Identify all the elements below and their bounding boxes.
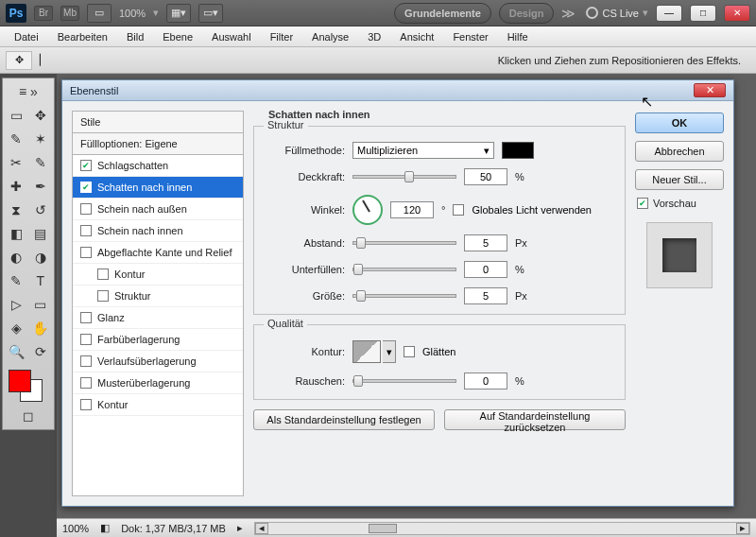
toolbox-collapse-icon[interactable]: ≡ » bbox=[5, 80, 52, 103]
path-select-tool[interactable]: ▷ bbox=[5, 293, 28, 316]
blur-tool[interactable]: ◐ bbox=[5, 246, 28, 268]
move-tool-alt[interactable]: ✥ bbox=[29, 104, 53, 127]
checkbox-icon[interactable] bbox=[97, 268, 109, 280]
size-slider[interactable] bbox=[352, 294, 456, 298]
workspace-secondary-button[interactable]: Design bbox=[499, 3, 555, 24]
noise-input[interactable]: 0 bbox=[464, 372, 507, 390]
style-bevel-contour[interactable]: Kontur bbox=[73, 264, 243, 286]
type-tool[interactable]: T bbox=[29, 269, 53, 292]
3d-tool[interactable]: ◈ bbox=[5, 317, 28, 339]
checkbox-icon[interactable] bbox=[80, 312, 92, 323]
style-bevel-emboss[interactable]: Abgeflachte Kante und Relief bbox=[73, 242, 243, 264]
noise-slider[interactable] bbox=[352, 379, 456, 383]
history-brush-tool[interactable]: ↺ bbox=[29, 199, 53, 221]
film-icon[interactable]: ▭ bbox=[87, 4, 112, 23]
style-pattern-overlay[interactable]: Musterüberlagerung bbox=[73, 372, 243, 394]
window-maximize-button[interactable]: □ bbox=[690, 5, 716, 22]
eyedropper-tool[interactable]: ✎ bbox=[29, 151, 53, 174]
menu-fenster[interactable]: Fenster bbox=[444, 28, 496, 45]
menu-analyse[interactable]: Analyse bbox=[303, 28, 357, 45]
opacity-input[interactable]: 50 bbox=[464, 168, 507, 185]
contour-swatch[interactable] bbox=[352, 340, 381, 363]
opacity-slider[interactable] bbox=[352, 175, 456, 179]
rotate-tool[interactable]: ⟳ bbox=[29, 340, 53, 363]
contour-dropdown-button[interactable]: ▾ bbox=[383, 340, 396, 363]
gradient-tool[interactable]: ▤ bbox=[29, 222, 53, 245]
horizontal-scrollbar[interactable]: ◂ ▸ bbox=[254, 522, 750, 535]
style-gradient-overlay[interactable]: Verlaufsüberlagerung bbox=[73, 351, 243, 372]
preview-checkbox[interactable]: ✔ bbox=[637, 198, 648, 209]
crop-tool[interactable]: ✂ bbox=[5, 151, 28, 174]
stamp-tool[interactable]: ⧗ bbox=[5, 199, 28, 221]
checkbox-icon[interactable] bbox=[97, 290, 109, 302]
menu-3d[interactable]: 3D bbox=[359, 28, 389, 45]
minibridge-badge[interactable]: Mb bbox=[60, 6, 79, 21]
menu-hilfe[interactable]: Hilfe bbox=[499, 28, 537, 45]
new-style-button[interactable]: Neuer Stil... bbox=[635, 169, 724, 190]
wand-tool[interactable]: ✶ bbox=[29, 128, 53, 150]
reset-default-button[interactable]: Auf Standardeinstellung zurücksetzen bbox=[444, 409, 626, 430]
checkbox-icon[interactable] bbox=[80, 334, 92, 345]
checkbox-icon[interactable] bbox=[80, 377, 92, 389]
distance-input[interactable]: 5 bbox=[464, 234, 507, 251]
global-light-checkbox[interactable] bbox=[453, 204, 464, 216]
quickmask-button[interactable]: ◻ bbox=[5, 405, 52, 427]
hand-tool[interactable]: ✋ bbox=[29, 317, 53, 339]
size-input[interactable]: 5 bbox=[464, 287, 507, 304]
menu-bild[interactable]: Bild bbox=[118, 28, 152, 45]
current-tool-icon[interactable]: ✥ bbox=[6, 51, 32, 70]
pen-tool[interactable]: ✎ bbox=[5, 269, 28, 292]
checkbox-icon[interactable] bbox=[80, 225, 92, 236]
checkbox-icon[interactable]: ✔ bbox=[80, 182, 92, 193]
style-bevel-texture[interactable]: Struktur bbox=[73, 286, 243, 307]
color-swatches[interactable] bbox=[5, 368, 52, 404]
style-inner-shadow[interactable]: ✔Schatten nach innen bbox=[73, 177, 243, 199]
window-close-button[interactable]: ✕ bbox=[724, 5, 750, 22]
move-tool[interactable]: ▭ bbox=[5, 104, 28, 127]
status-zoom[interactable]: 100% bbox=[62, 523, 89, 534]
healing-tool[interactable]: ✚ bbox=[5, 175, 28, 198]
menu-filter[interactable]: Filter bbox=[262, 28, 301, 45]
angle-dial[interactable] bbox=[352, 195, 383, 225]
cancel-button[interactable]: Abbrechen bbox=[635, 141, 724, 162]
scroll-left-icon[interactable]: ◂ bbox=[255, 523, 268, 534]
chevron-right-icon[interactable]: ▸ bbox=[237, 522, 243, 534]
checkbox-icon[interactable] bbox=[80, 399, 92, 410]
checkbox-icon[interactable]: ✔ bbox=[80, 160, 92, 171]
style-stroke[interactable]: Kontur bbox=[73, 394, 243, 416]
shadow-color-swatch[interactable] bbox=[502, 142, 534, 159]
bridge-badge[interactable]: Br bbox=[34, 6, 53, 21]
zoom-tool[interactable]: 🔍 bbox=[5, 340, 28, 363]
eraser-tool[interactable]: ◧ bbox=[5, 222, 28, 245]
lasso-tool[interactable]: ✎ bbox=[5, 128, 28, 150]
screen-mode-icon[interactable]: ▭▾ bbox=[198, 4, 223, 23]
dialog-titlebar[interactable]: Ebenenstil ✕ bbox=[62, 80, 733, 101]
dodge-tool[interactable]: ◑ bbox=[29, 246, 53, 268]
view-extras-icon[interactable]: ▦▾ bbox=[166, 4, 191, 23]
style-outer-glow[interactable]: Schein nach außen bbox=[73, 199, 243, 220]
antialias-checkbox[interactable] bbox=[404, 346, 415, 357]
menu-auswahl[interactable]: Auswahl bbox=[203, 28, 260, 45]
style-drop-shadow[interactable]: ✔Schlagschatten bbox=[73, 155, 243, 177]
menu-ebene[interactable]: Ebene bbox=[154, 28, 201, 45]
fg-color-swatch[interactable] bbox=[9, 370, 31, 392]
checkbox-icon[interactable] bbox=[80, 355, 92, 367]
blending-options-item[interactable]: Füllloptionen: Eigene bbox=[73, 133, 243, 155]
distance-slider[interactable] bbox=[352, 241, 456, 245]
dialog-close-button[interactable]: ✕ bbox=[694, 83, 726, 97]
ok-button[interactable]: OK bbox=[635, 113, 724, 133]
choke-input[interactable]: 0 bbox=[464, 261, 507, 278]
style-color-overlay[interactable]: Farbüberlagerung bbox=[73, 329, 243, 351]
choke-slider[interactable] bbox=[352, 268, 456, 271]
scroll-thumb[interactable] bbox=[369, 524, 397, 533]
angle-input[interactable]: 120 bbox=[390, 201, 434, 218]
cslive-button[interactable]: CS Live▾ bbox=[586, 7, 648, 19]
workspace-more-icon[interactable]: ≫ bbox=[561, 6, 573, 21]
menu-ansicht[interactable]: Ansicht bbox=[391, 28, 442, 45]
checkbox-icon[interactable] bbox=[80, 203, 92, 215]
checkbox-icon[interactable] bbox=[80, 247, 92, 258]
workspace-primary-button[interactable]: Grundelemente bbox=[394, 3, 491, 24]
menu-bearbeiten[interactable]: Bearbeiten bbox=[49, 28, 116, 45]
brush-tool[interactable]: ✒ bbox=[29, 175, 53, 198]
scroll-right-icon[interactable]: ▸ bbox=[736, 523, 749, 534]
